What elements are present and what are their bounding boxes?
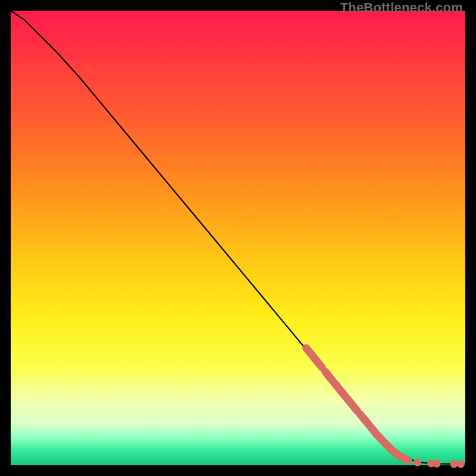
overlay-dot — [433, 460, 440, 468]
overlay-dash — [334, 383, 357, 411]
chart-svg — [11, 11, 465, 465]
overlay-dash — [401, 456, 408, 460]
overlay-dot — [457, 460, 465, 468]
overlay-dash — [360, 414, 369, 425]
overlay-dot — [414, 459, 421, 466]
overlay-markers — [306, 348, 465, 468]
chart-frame: TheBottleneck.com — [0, 0, 476, 476]
overlay-dash — [325, 372, 333, 381]
overlay-dash — [306, 348, 322, 368]
plot-area — [11, 11, 465, 465]
main-curve — [11, 11, 465, 464]
overlay-dot — [450, 460, 458, 468]
watermark-text: TheBottleneck.com — [340, 0, 463, 15]
